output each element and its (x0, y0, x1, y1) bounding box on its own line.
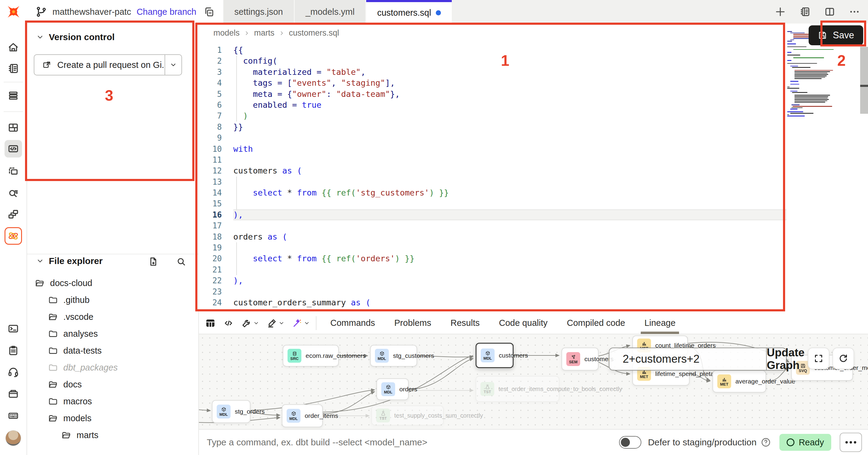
file-tree-item-macros[interactable]: macros (27, 393, 198, 410)
clipboard-icon[interactable] (4, 342, 22, 359)
ellipsis-icon[interactable] (849, 6, 860, 18)
code-line[interactable]: 4 tags = ["events", "staging"], (199, 78, 786, 88)
files-drawer-icon[interactable] (4, 385, 22, 402)
format-button[interactable] (265, 316, 286, 331)
code-line[interactable]: 8}} (199, 122, 786, 133)
compile-code-button[interactable] (221, 316, 236, 331)
editor-scrollbar-thumb[interactable] (860, 47, 868, 114)
breadcrumb-models[interactable]: models (213, 28, 240, 38)
file-tree-item-.github[interactable]: .github (27, 291, 198, 308)
audit-search-icon[interactable] (4, 184, 22, 201)
tab-customers.sql[interactable]: customers.sql (366, 0, 452, 24)
code-line[interactable]: 6 enabled = true (199, 99, 786, 110)
lineage-node-stg-customers[interactable]: MDLstg_customers (370, 345, 417, 367)
inbox-stack-icon[interactable] (4, 87, 22, 105)
more-options-button[interactable] (840, 433, 862, 452)
file-tree-item-docs[interactable]: docs (27, 376, 198, 393)
breadcrumb-file[interactable]: customers.sql (289, 28, 339, 38)
code-line[interactable]: 14 select * from {{ ref('stg_customers')… (199, 188, 786, 198)
search-icon[interactable] (176, 256, 186, 267)
dashboard-grid-icon[interactable] (4, 119, 22, 136)
tab-_models.yml[interactable]: _models.yml (295, 0, 367, 24)
tab-settings.json[interactable]: settings.json (223, 0, 294, 24)
defer-toggle[interactable] (619, 436, 641, 449)
refresh-button[interactable] (832, 348, 854, 369)
file-tree-item-dbt_packages[interactable]: dbt_packages (27, 359, 198, 376)
lineage-node-stg-orders[interactable]: MDLstg_orders (212, 400, 250, 423)
bottom-tab-compiled-code[interactable]: Compiled code (557, 312, 635, 334)
code-line[interactable]: 16), (199, 209, 786, 220)
code-line[interactable]: 18orders as ( (199, 231, 786, 242)
bottom-tab-problems[interactable]: Problems (384, 312, 441, 334)
lineage-selector-input[interactable] (610, 348, 766, 370)
code-line[interactable]: 7 ) (199, 110, 786, 121)
lineage-node-average-order-value[interactable]: METaverage_order_value (712, 370, 766, 393)
code-line[interactable]: 2 config( (199, 56, 786, 66)
ai-fix-button[interactable] (290, 316, 312, 331)
ready-status[interactable]: Ready (779, 434, 831, 451)
preview-table-button[interactable] (203, 316, 218, 331)
help-icon[interactable] (761, 437, 771, 448)
code-line[interactable]: 20 select * from {{ ref('orders') }} (199, 253, 786, 264)
lineage-node-test-supply-costs[interactable]: TSTtest_supply_costs_sum_correctly (371, 405, 444, 425)
code-line[interactable]: 3 materialized = "table", (199, 67, 786, 78)
code-line[interactable]: 22), (199, 275, 786, 286)
file-explorer-header[interactable]: File explorer (36, 256, 102, 266)
editor-scrollbar-handle[interactable] (860, 85, 868, 87)
lineage-node-orders[interactable]: MDLorders (376, 378, 409, 400)
fullscreen-button[interactable] (808, 348, 830, 369)
code-line[interactable]: 10with (199, 144, 786, 154)
notebook-icon[interactable] (4, 60, 22, 77)
code-line[interactable]: 9 (199, 133, 786, 143)
file-tree-item-models[interactable]: models (27, 410, 198, 427)
update-graph-button[interactable]: Update Graph (766, 348, 804, 370)
code-line[interactable]: 21 (199, 264, 786, 275)
file-tree-item-docs-cloud[interactable]: docs-cloud (27, 275, 198, 291)
headset-icon[interactable] (4, 363, 22, 381)
file-tree-item-data-tests[interactable]: data-tests (27, 342, 198, 359)
avatar[interactable] (4, 429, 22, 447)
bottom-tab-commands[interactable]: Commands (321, 312, 384, 334)
lineage-node-customers-semantic[interactable]: SEMcustomers (561, 348, 598, 371)
lineage-canvas[interactable]: SRCecom.raw_customersMDLstg_customersMDL… (199, 334, 868, 429)
file-tree-item-marts[interactable]: marts (27, 427, 198, 444)
code-line[interactable]: 19 (199, 242, 786, 253)
build-tools-button[interactable] (239, 316, 261, 331)
file-tree-item-analyses[interactable]: analyses (27, 325, 198, 342)
code-line[interactable]: 23 (199, 286, 786, 297)
home-icon[interactable] (4, 39, 22, 56)
code-line[interactable]: 17 (199, 220, 786, 231)
copilot-atom-icon[interactable] (4, 227, 22, 245)
keyboard-icon[interactable] (4, 407, 22, 425)
compare-branch-icon[interactable] (4, 205, 22, 223)
new-file-icon[interactable] (148, 256, 158, 267)
command-input[interactable] (199, 437, 619, 448)
create-pr-main[interactable]: Create a pull request on Gi... (34, 55, 164, 75)
terminal-icon[interactable] (4, 320, 22, 338)
version-control-header[interactable]: Version control (36, 32, 115, 42)
dbt-logo[interactable] (0, 0, 27, 24)
change-branch-link[interactable]: Change branch (136, 7, 196, 17)
code-line[interactable]: 11 (199, 154, 786, 165)
code-line[interactable]: 5 meta = {"owner": "data-team"}, (199, 89, 786, 99)
lineage-node-order-items[interactable]: MDLorder_items (282, 404, 323, 427)
code-line[interactable]: 12customers as ( (199, 165, 786, 176)
notebook-icon[interactable] (799, 6, 811, 18)
bottom-tab-code-quality[interactable]: Code quality (489, 312, 557, 334)
code-line[interactable]: 1{{ (199, 45, 786, 56)
create-pr-button[interactable]: Create a pull request on Gi... (34, 54, 182, 76)
copy-icon[interactable] (204, 6, 215, 18)
save-button[interactable]: Save (809, 25, 863, 45)
frame-select-icon[interactable] (4, 162, 22, 180)
lineage-node-customers-model[interactable]: MDLcustomers (475, 343, 514, 368)
breadcrumb-marts[interactable]: marts (254, 28, 275, 38)
create-pr-dropdown[interactable] (164, 55, 181, 75)
file-tree-item-.vscode[interactable]: .vscode (27, 308, 198, 325)
plus-icon[interactable] (775, 6, 786, 18)
lineage-node-ecom-raw-customers[interactable]: SRCecom.raw_customers (283, 345, 339, 367)
lineage-node-test-order-items[interactable]: TSTtest_order_items_compute_to_bools_cor… (475, 376, 559, 402)
code-line[interactable]: 13 (199, 176, 786, 188)
split-view-icon[interactable] (824, 6, 835, 18)
code-editor-icon[interactable] (4, 140, 22, 158)
bottom-tab-results[interactable]: Results (441, 312, 490, 334)
